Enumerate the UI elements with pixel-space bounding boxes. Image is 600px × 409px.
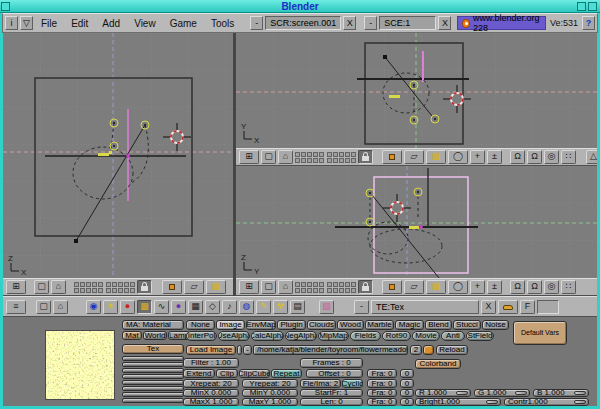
lock-icon[interactable] (137, 280, 152, 294)
fra-field-1[interactable]: Fra: 0 (367, 369, 397, 378)
help-button[interactable]: ? (582, 16, 595, 30)
image-browse-button[interactable]: - (243, 345, 252, 355)
screen-browse-button[interactable]: - (250, 16, 263, 30)
texture-channel-tex[interactable]: Tex (122, 344, 184, 354)
type-none-button[interactable]: None (186, 320, 215, 330)
pivot-menu[interactable]: ▩ (426, 280, 446, 294)
viewport-type-menu[interactable]: ⊞ (6, 280, 26, 294)
globe-icon[interactable]: ◯ (448, 150, 468, 164)
sound-buttons-icon[interactable]: ♪ (222, 300, 237, 314)
lock-icon[interactable] (358, 150, 373, 164)
type-stucci-button[interactable]: Stucci (453, 320, 481, 330)
type-marble-button[interactable]: Marble (365, 320, 394, 330)
clipcube-button[interactable]: ClipCube (239, 369, 270, 378)
viewport-left[interactable]: Z X (3, 33, 233, 278)
plusminus-icon[interactable]: ± (487, 280, 502, 294)
load-image-button[interactable]: Load Image (186, 345, 236, 355)
texture-channel-slot[interactable] (122, 386, 184, 391)
maxx-number-field[interactable]: MaxX 1.000 (183, 398, 239, 406)
xrepeat-number-field[interactable]: Xrepeat: 20 (183, 379, 239, 388)
home-icon[interactable]: ⌂ (51, 280, 66, 294)
frames-number-field[interactable]: Frames : 0 (300, 358, 363, 368)
slider-g[interactable]: G 1.000 (474, 389, 530, 397)
menu-add[interactable]: Add (96, 18, 126, 29)
screen-name-field[interactable]: SCR:screen.001 (265, 16, 341, 30)
pack-image-icon[interactable] (423, 345, 434, 355)
lock-icon[interactable] (358, 280, 373, 294)
slider-b[interactable]: B 1.000 (533, 389, 589, 397)
globe-icon[interactable]: ◯ (448, 280, 468, 294)
drawmode-menu[interactable] (382, 150, 402, 164)
shading-menu[interactable]: ▱ (404, 150, 424, 164)
texture-delete-button[interactable]: X (481, 300, 496, 314)
window-type-menu[interactable]: ≡ (6, 300, 26, 314)
rotate-view-icon[interactable]: Ω (510, 150, 525, 164)
image-select-icon[interactable]: ▨ (319, 300, 334, 314)
colorband-button[interactable]: Colorband (415, 359, 461, 369)
ipo-buttons-icon[interactable]: ∿ (154, 300, 169, 314)
type-blend-button[interactable]: Blend (425, 320, 452, 330)
menu-view[interactable]: View (128, 18, 162, 29)
layer-buttons[interactable] (74, 282, 135, 293)
option-fields-button[interactable]: Fields (350, 331, 381, 341)
pivot-menu[interactable]: ▩ (426, 150, 446, 164)
default-vars-button[interactable]: Default Vars (513, 321, 567, 345)
type-magic-button[interactable]: Magic (395, 320, 424, 330)
option-mipmap-button-active[interactable]: MipMap (318, 331, 349, 341)
texture-channel-slot[interactable] (122, 356, 184, 361)
scene-buttons-icon[interactable]: ◍ (239, 300, 254, 314)
center-view-icon[interactable]: ◎ (544, 150, 559, 164)
clip-button[interactable]: Clip (216, 369, 238, 378)
texture-name-field[interactable]: TE:Tex (371, 300, 479, 314)
plusminus-icon[interactable]: ± (487, 150, 502, 164)
center-view-icon[interactable]: ◎ (544, 280, 559, 294)
option-rot90-button[interactable]: Rot90 (382, 331, 411, 341)
home-icon[interactable]: ⌂ (53, 300, 68, 314)
option-anti-button[interactable]: Anti (441, 331, 465, 341)
lamp-buttons-icon[interactable]: ☀ (103, 300, 118, 314)
layer-buttons[interactable] (295, 282, 356, 293)
texture-browse-button[interactable]: - (354, 300, 369, 314)
shading-menu[interactable]: ▱ (404, 280, 424, 294)
slider-bright[interactable]: Bright1.000 (415, 398, 501, 406)
mat-context-button[interactable]: Mat (122, 331, 142, 340)
path-sep-button[interactable] (237, 345, 242, 355)
window-menu-button[interactable] (1, 2, 10, 11)
world-buttons-icon[interactable]: ● (171, 300, 186, 314)
fieima-number-field[interactable]: Fie/Ima: 2 (300, 379, 341, 388)
drawmode-menu[interactable] (382, 280, 402, 294)
type-plugin-button[interactable]: Plugin (277, 320, 306, 330)
startfr-number-field[interactable]: StartFr: 1 (300, 389, 363, 397)
rotate-obj-icon[interactable]: Ω (527, 150, 542, 164)
menu-edit[interactable]: Edit (65, 18, 94, 29)
fullscreen-toggle[interactable]: ▢ (261, 280, 276, 294)
radiosity-buttons-icon[interactable]: ☢ (273, 300, 288, 314)
menu-collapse-arrow-icon[interactable]: ▽ (20, 16, 33, 30)
proportional-edit-icon[interactable]: ∷ (561, 150, 576, 164)
screen-delete-button[interactable]: X (343, 16, 356, 30)
texture-channel-slot[interactable] (122, 392, 184, 397)
reload-button[interactable]: Reload (436, 345, 468, 355)
scene-name-field[interactable]: SCE:1 (379, 16, 436, 30)
fra-field-3[interactable]: Fra: 0 (367, 389, 397, 397)
home-icon[interactable]: ⌂ (278, 280, 293, 294)
fra-value-3[interactable]: 0 (400, 389, 414, 397)
rotate-obj-icon[interactable]: Ω (527, 280, 542, 294)
texture-channel-slot[interactable] (122, 398, 184, 403)
menu-game[interactable]: Game (164, 18, 203, 29)
window-type-icon[interactable]: i (5, 16, 18, 30)
fra-field-2[interactable]: Fra: 0 (367, 379, 397, 388)
texture-channel-slot[interactable] (122, 368, 184, 373)
filter-number-field[interactable]: Filter : 1.00 (183, 358, 239, 368)
option-stfield-button[interactable]: StField (466, 331, 494, 341)
translate-manipulator-icon[interactable]: + (470, 150, 485, 164)
proportional-edit-icon[interactable]: ∷ (561, 280, 576, 294)
type-clouds-button[interactable]: Clouds (307, 320, 336, 330)
option-movie-button[interactable]: Movie (412, 331, 440, 341)
option-calcalpha-button[interactable]: CalcAlpha (251, 331, 284, 341)
shading-menu[interactable]: ▱ (184, 280, 204, 294)
type-wood-button[interactable]: Wood (337, 320, 364, 330)
len-number-field[interactable]: Len: 0 (300, 398, 363, 406)
fra-field-4[interactable]: Fra: 0 (367, 398, 397, 406)
type-image-button-active[interactable]: Image (216, 320, 245, 330)
